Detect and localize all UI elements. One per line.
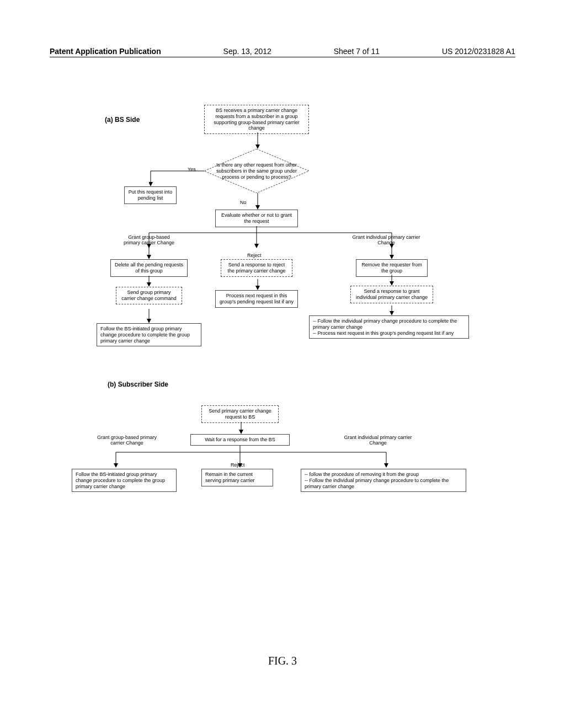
remove-requester-box: Remove the requester from the group <box>356 259 428 277</box>
arrow-icon <box>389 306 395 315</box>
svg-marker-13 <box>254 244 259 248</box>
arrow-yes-icon <box>149 170 204 186</box>
svg-marker-17 <box>147 255 151 259</box>
send-request-box: Send primary carrier change request to B… <box>201 405 279 423</box>
doc-number: US 2012/0231828 A1 <box>442 47 515 56</box>
process-next-box: Process next request in this group's pen… <box>215 290 298 308</box>
svg-marker-7 <box>255 205 260 210</box>
svg-marker-1 <box>255 144 260 149</box>
svg-marker-21 <box>147 282 151 287</box>
svg-marker-27 <box>147 319 151 323</box>
pending-list-box: Put this request into pending list <box>124 186 177 204</box>
svg-marker-5 <box>149 182 153 186</box>
svg-marker-39 <box>384 463 388 468</box>
split-arrow-b-icon <box>94 446 425 468</box>
svg-marker-19 <box>390 255 394 259</box>
no-label: No <box>240 200 247 205</box>
send-group-cmd-box: Send group primary carrier change comman… <box>116 287 182 304</box>
figure-caption: FIG. 3 <box>0 655 565 667</box>
follow-group-box-b: Follow the BS-initiated group primary ch… <box>72 469 177 492</box>
reject-response-box: Send a response to reject the primary ca… <box>221 259 292 277</box>
remain-box: Remain in the current serving primary ca… <box>201 469 273 486</box>
svg-marker-25 <box>390 281 394 286</box>
svg-marker-31 <box>239 430 243 434</box>
follow-indiv-box-b: -- follow the procedure of removing it f… <box>301 469 466 492</box>
grant-group-label-b: Grant group-based primary carrier Change <box>97 435 157 446</box>
svg-marker-29 <box>390 311 394 315</box>
evaluate-box: Evaluate whether or not to grant the req… <box>215 210 298 227</box>
diamond-text: Is there any other request from other su… <box>215 162 299 180</box>
pending-decision-diamond: Is there any other request from other su… <box>204 149 309 193</box>
reject-label-b: Reject <box>231 462 245 468</box>
arrow-icon <box>389 247 395 259</box>
arrow-icon <box>255 279 260 290</box>
delete-pending-box: Delete all the pending requests of this … <box>110 259 188 277</box>
reject-label-a: Reject <box>247 253 262 258</box>
svg-marker-35 <box>114 463 118 468</box>
grant-indiv-label: Grant individual primary carrier Change <box>350 234 422 245</box>
follow-indiv-box-a: -- Follow the individual primary change … <box>309 315 469 339</box>
grant-indiv-label-b: Grant individual primary carrier Change <box>342 435 414 446</box>
arrow-icon <box>146 247 152 259</box>
bs-receives-box: BS receives a primary carrier change req… <box>204 105 309 134</box>
wait-response-box: Wait for a response from the BS <box>190 434 290 446</box>
arrow-icon <box>146 276 152 287</box>
svg-marker-23 <box>255 286 260 290</box>
arrow-icon <box>238 422 244 434</box>
arrow-icon <box>146 309 152 323</box>
section-b-label: (b) Subscriber Side <box>108 381 168 388</box>
arrow-no-icon <box>255 193 260 210</box>
pub-date: Sep. 13, 2012 <box>223 47 271 56</box>
follow-group-box-a: Follow the BS-initiated group primary ch… <box>97 323 201 346</box>
pub-type: Patent Application Publication <box>50 47 161 56</box>
grant-group-label: Grant group-based primary carrier Change <box>121 234 177 245</box>
section-a-label: (a) BS Side <box>105 116 140 124</box>
grant-indiv-resp-box: Send a response to grant individual prim… <box>350 286 433 303</box>
sheet-number: Sheet 7 of 11 <box>334 47 380 56</box>
arrow-icon <box>389 275 395 286</box>
arrow-down-icon <box>255 132 260 149</box>
